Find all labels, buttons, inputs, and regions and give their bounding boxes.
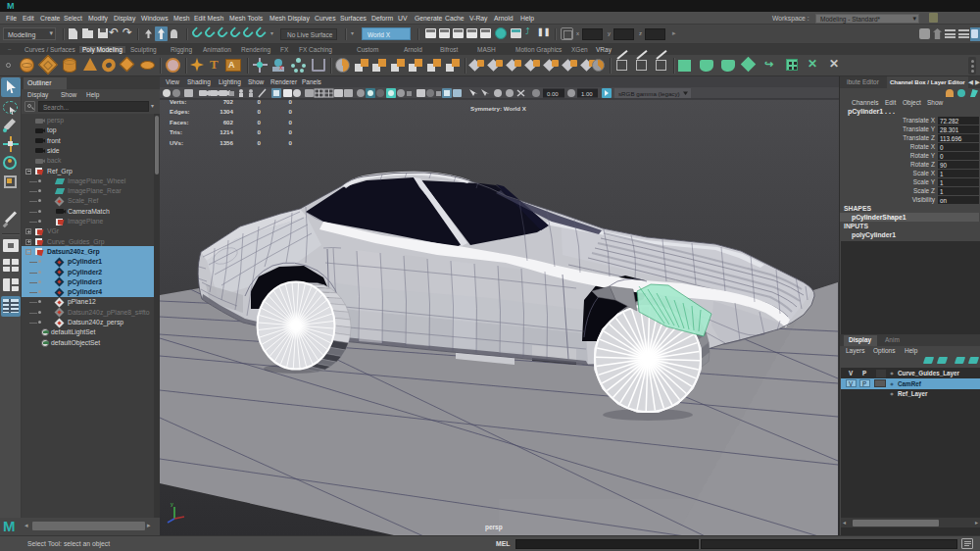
svg-text:Show: Show	[248, 78, 265, 85]
svg-text:0: 0	[258, 128, 262, 135]
svg-text:sRGB gamma (legacy): sRGB gamma (legacy)	[618, 90, 680, 97]
svg-text:0: 0	[258, 119, 262, 125]
svg-text:1.00: 1.00	[581, 91, 593, 97]
svg-text:0.00: 0.00	[547, 91, 559, 97]
svg-text:0: 0	[289, 139, 293, 146]
svg-text:0: 0	[258, 98, 262, 105]
svg-text:0: 0	[289, 128, 293, 135]
svg-text:Tris:: Tris:	[170, 128, 182, 135]
svg-text:702: 702	[223, 98, 234, 105]
svg-text:Panels: Panels	[302, 78, 322, 85]
svg-text:1356: 1356	[220, 139, 233, 146]
svg-text:Verts:: Verts:	[170, 98, 186, 105]
svg-text:1214: 1214	[220, 128, 233, 135]
svg-text:y: y	[171, 501, 173, 507]
svg-text:0: 0	[258, 108, 262, 115]
svg-text:0: 0	[289, 119, 293, 125]
svg-text:0: 0	[289, 108, 293, 115]
svg-text:1304: 1304	[220, 108, 233, 115]
svg-text:UVs:: UVs:	[170, 139, 183, 146]
svg-text:Symmetry: World X: Symmetry: World X	[470, 105, 527, 112]
svg-text:Lighting: Lighting	[219, 78, 241, 86]
svg-text:0: 0	[258, 139, 262, 146]
svg-text:0: 0	[289, 98, 293, 105]
svg-text:Renderer: Renderer	[270, 78, 298, 85]
svg-text:602: 602	[223, 119, 234, 125]
svg-text:Faces:: Faces:	[170, 119, 189, 125]
svg-text:persp: persp	[485, 524, 503, 531]
svg-text:Edges:: Edges:	[170, 108, 190, 115]
svg-text:Shading: Shading	[187, 78, 211, 86]
svg-text:View: View	[166, 78, 179, 85]
